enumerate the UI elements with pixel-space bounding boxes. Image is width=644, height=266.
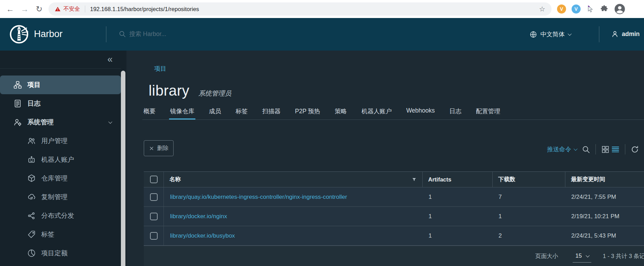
sidebar-item-label: 分布式分发 [41,211,74,220]
security-warning-label[interactable]: 不安全 [63,6,80,13]
extension-v-blue-icon[interactable]: V [572,5,581,14]
repository-link[interactable]: library/quay.io/kubernetes-ingress-contr… [164,194,423,201]
sidebar-item-distribution[interactable]: 分布式分发 [0,206,121,225]
tab-configuration[interactable]: 配置管理 [475,107,501,119]
tab-policy[interactable]: 策略 [334,107,348,119]
profile-avatar-icon[interactable] [614,3,626,15]
push-command-dropdown[interactable]: 推送命令 [547,145,576,153]
sidebar-item-registries[interactable]: 仓库管理 [0,169,121,188]
pulls-count: 2 [493,232,565,239]
column-header-label: Artifacts [428,176,451,183]
project-tabs: 概要 镜像仓库 成员 标签 扫描器 P2P 预热 策略 机器人账户 Webhoo… [142,107,644,120]
repository-link[interactable]: library/docker.io/busybox [164,232,423,239]
search-icon [118,30,126,38]
extension-badge: V [574,6,577,12]
sidebar-item-robot-accounts[interactable]: 机器人账户 [0,150,121,169]
user-menu[interactable]: admin [611,30,640,38]
back-icon[interactable]: ← [3,0,17,18]
search-icon[interactable] [582,145,590,154]
repository-link[interactable]: library/docker.io/nginx [164,213,423,220]
username-label: admin [622,30,640,38]
chevron-down-icon [574,147,577,151]
users-icon [27,136,36,145]
bookmark-star-icon[interactable]: ☆ [539,5,545,13]
tab-robot-accounts[interactable]: 机器人账户 [360,107,393,119]
filter-icon[interactable] [412,177,417,182]
sidebar-item-administration[interactable]: 系统管理 [0,113,121,132]
tab-labels[interactable]: 标签 [235,107,249,119]
tab-p2p-preheat[interactable]: P2P 预热 [294,107,321,119]
select-all-checkbox[interactable] [150,176,158,183]
sidebar-item-project-quotas[interactable]: 项目定额 [0,244,121,263]
artifacts-count: 1 [423,213,493,220]
tab-scanner[interactable]: 扫描器 [261,107,282,119]
sidebar-scrollbar[interactable] [121,71,125,266]
list-view-icon[interactable] [611,145,620,154]
administration-icon [13,118,22,127]
tab-logs[interactable]: 日志 [448,107,462,119]
row-checkbox[interactable] [150,193,158,201]
column-header-pulls[interactable]: 下载数 [493,172,565,187]
breadcrumb-projects-link[interactable]: 项目 [154,64,166,73]
updated-time: 2/24/21, 5:43 PM [565,232,644,239]
browser-toolbar: ← → ↻ 不安全 192.168.1.15/harbor/projects/1… [0,0,644,18]
forward-icon[interactable]: → [17,0,32,18]
global-search[interactable]: 搜索 Harbor... [118,30,166,38]
push-command-label: 推送命令 [547,145,571,153]
column-header-updated[interactable]: 最新变更时间 [565,172,644,187]
tab-summary[interactable]: 概要 [142,107,157,119]
collapse-sidebar-icon[interactable]: « [107,52,113,66]
cursor-extension-icon[interactable] [586,5,594,13]
sidebar-item-replications[interactable]: 复制管理 [0,188,121,206]
tab-webhooks[interactable]: Webhooks [405,107,436,119]
reload-icon[interactable]: ↻ [32,0,46,18]
sidebar-item-projects[interactable]: 项目 [0,76,121,94]
column-header-label: 下载数 [498,176,515,183]
language-label: 中文简体 [540,30,565,38]
header-checkbox-cell [144,172,164,187]
sidebar-item-logs[interactable]: 日志 [0,94,121,113]
table-row: library/docker.io/busybox 1 2 2/24/21, 5… [144,226,644,246]
omnibox-divider [85,6,85,12]
url-text[interactable]: 192.168.1.15/harbor/projects/1/repositor… [90,6,199,12]
tab-members[interactable]: 成员 [208,107,222,119]
sidebar-item-label: 用户管理 [41,136,68,145]
column-header-name[interactable]: 名称 [164,172,423,187]
artifacts-count: 1 [423,232,493,239]
refresh-icon[interactable] [630,145,639,154]
column-header-artifacts[interactable]: Artifacts [423,172,493,187]
app-title[interactable]: Harbor [34,29,63,39]
page-size-value: 15 [575,252,582,259]
row-checkbox-cell [144,187,164,206]
sidebar-item-label: 标签 [41,230,54,239]
search-placeholder: 搜索 Harbor... [129,30,166,38]
sidebar-item-labels[interactable]: 标签 [0,225,121,244]
extension-v-orange-icon[interactable]: V [557,5,566,14]
page-size-select[interactable]: 15 [573,252,591,263]
card-view-icon[interactable] [601,145,610,154]
extension-badge: V [560,6,563,12]
robot-icon [27,155,36,164]
row-checkbox[interactable] [150,232,158,240]
sidebar-item-user-management[interactable]: 用户管理 [0,132,121,150]
chevron-down-icon [586,253,590,257]
language-selector[interactable]: 中文简体 [529,30,571,38]
updated-time: 2/19/21, 10:21 PM [565,213,644,220]
table-header-row: 名称 Artifacts 下载数 最新变更时间 [144,171,644,187]
table-footer: 页面大小 15 1 - 3 共计 3 条记录 [144,246,644,266]
delete-button[interactable]: 删除 [144,140,174,156]
main-content: 项目 library 系统管理员 概要 镜像仓库 成员 标签 扫描器 P2P 预… [126,51,644,266]
warning-triangle-icon [55,6,61,12]
close-icon [149,146,154,151]
column-header-label: 最新变更时间 [571,176,605,183]
extensions-puzzle-icon[interactable] [600,5,608,13]
records-summary: 1 - 3 共计 3 条记录 [603,252,644,260]
tab-repositories[interactable]: 镜像仓库 [169,107,195,119]
pulls-count: 1 [493,213,565,220]
sidebar-nav: 项目 日志 系统管理 用户管理 [0,76,121,263]
globe-icon [529,30,537,38]
artifacts-count: 1 [423,194,493,201]
address-bar[interactable]: 不安全 192.168.1.15/harbor/projects/1/repos… [48,2,552,16]
harbor-logo-icon[interactable] [9,24,29,44]
row-checkbox[interactable] [150,213,158,220]
